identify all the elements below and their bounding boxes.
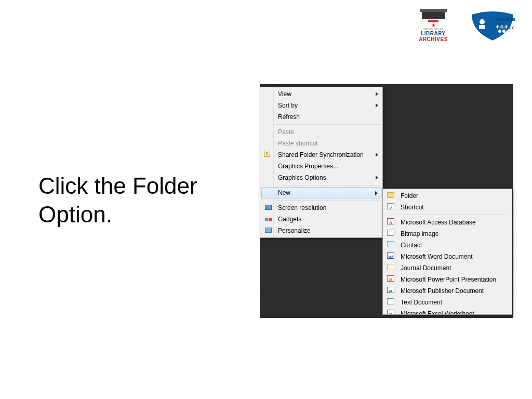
publisher-icon: P xyxy=(387,287,395,295)
menu-item-view[interactable]: View xyxy=(261,88,381,100)
menu-item-gadgets[interactable]: Gadgets xyxy=(261,214,381,225)
menu-item-label: Folder xyxy=(401,192,418,200)
logo2-line2: AND xyxy=(496,22,501,25)
submenu-arrow-icon xyxy=(376,176,378,180)
menu-item-label: Microsoft Excel Worksheet xyxy=(401,310,474,315)
menu-item-screen-resolution[interactable]: Screen resolution xyxy=(261,202,381,214)
header-logos: ★ TEXAS STATE LIBRARY ARCHIVES LIBRARIES… xyxy=(413,11,517,43)
menu-separator xyxy=(276,124,380,125)
menu-item-label: Microsoft PowerPoint Presentation xyxy=(401,276,496,283)
logo2-line1: LIBRARIES xyxy=(496,18,515,21)
menu-item-graphics-options[interactable]: Graphics Options xyxy=(261,172,381,183)
menu-item-label: Microsoft Word Document xyxy=(401,253,473,260)
menu-item-label: Graphics Options xyxy=(278,174,326,181)
shortcut-icon: ↗ xyxy=(387,203,395,211)
libraries-literacy-logo: LIBRARIES AND LITERACY xyxy=(468,11,517,43)
context-menu: View Sort by Refresh Paste Paste shortcu… xyxy=(260,87,383,238)
menu-item-label: Personalize xyxy=(278,227,311,234)
menu-item-label: Screen resolution xyxy=(278,204,326,211)
monitor-icon xyxy=(264,204,272,212)
sync-icon: S xyxy=(264,151,270,157)
menu-separator xyxy=(276,200,380,201)
text-icon xyxy=(387,298,395,307)
submenu-new: Folder ↗ Shortcut A Microsoft Access Dat… xyxy=(382,189,512,315)
contact-icon xyxy=(387,241,395,249)
menu-item-paste: Paste xyxy=(261,126,381,138)
access-icon: A xyxy=(387,218,395,227)
svg-rect-1 xyxy=(479,25,485,29)
menu-item-label: Microsoft Access Database xyxy=(401,219,476,226)
menu-item-shared-folder-sync[interactable]: S Shared Folder Synchronization xyxy=(261,149,381,161)
menu-item-graphics-properties[interactable]: Graphics Properties... xyxy=(261,161,381,172)
menu-item-refresh[interactable]: Refresh xyxy=(261,111,381,123)
logo1-line3: ARCHIVES xyxy=(413,36,454,42)
logo2-line3: LITERACY xyxy=(496,26,514,30)
submenu-item-contact[interactable]: Contact xyxy=(384,240,511,251)
bitmap-icon xyxy=(387,230,395,238)
gadgets-icon xyxy=(264,215,272,223)
desktop-screenshot: View Sort by Refresh Paste Paste shortcu… xyxy=(260,84,513,318)
menu-separator xyxy=(276,185,380,185)
menu-item-label: Microsoft Publisher Document xyxy=(401,287,484,295)
powerpoint-icon: P xyxy=(387,275,395,284)
menu-item-label: Gadgets xyxy=(278,216,301,223)
menu-item-label: New xyxy=(278,189,290,196)
journal-icon xyxy=(387,264,395,272)
menu-separator xyxy=(398,215,510,215)
personalize-icon xyxy=(264,227,272,235)
submenu-item-bitmap[interactable]: Bitmap image xyxy=(384,228,511,240)
submenu-item-access[interactable]: A Microsoft Access Database xyxy=(384,217,511,228)
menu-item-label: Journal Document xyxy=(401,264,451,272)
submenu-item-folder[interactable]: Folder xyxy=(384,190,511,202)
submenu-item-publisher[interactable]: P Microsoft Publisher Document xyxy=(384,285,511,297)
excel-icon: X xyxy=(387,310,395,315)
menu-item-sort-by[interactable]: Sort by xyxy=(261,100,381,111)
texas-library-archives-logo: ★ TEXAS STATE LIBRARY ARCHIVES xyxy=(413,12,454,42)
menu-item-label: Refresh xyxy=(278,113,300,121)
submenu-item-journal[interactable]: Journal Document xyxy=(384,262,511,274)
menu-item-label: Bitmap image xyxy=(401,230,438,237)
submenu-item-powerpoint[interactable]: P Microsoft PowerPoint Presentation xyxy=(384,274,511,285)
svg-point-0 xyxy=(480,19,485,24)
menu-item-paste-shortcut: Paste shortcut xyxy=(261,138,381,149)
submenu-item-word[interactable]: W Microsoft Word Document xyxy=(384,251,511,262)
menu-item-personalize[interactable]: Personalize xyxy=(261,225,381,236)
menu-item-label: Paste shortcut xyxy=(278,140,318,147)
menu-item-label: Paste xyxy=(278,128,294,136)
menu-item-label: Text Document xyxy=(401,299,442,306)
menu-item-label: Shortcut xyxy=(401,204,424,211)
submenu-arrow-icon xyxy=(375,191,378,195)
menu-item-label: Graphics Properties... xyxy=(278,163,338,170)
submenu-item-text[interactable]: Text Document xyxy=(384,297,511,308)
submenu-arrow-icon xyxy=(376,92,378,96)
menu-item-label: Sort by xyxy=(278,102,298,109)
folder-icon xyxy=(387,192,395,200)
instruction-text: Click the Folder Option. xyxy=(38,171,246,229)
menu-item-new[interactable]: New xyxy=(261,187,381,198)
word-icon: W xyxy=(387,252,395,261)
menu-item-label: Contact xyxy=(401,242,422,249)
submenu-arrow-icon xyxy=(376,103,378,108)
submenu-item-excel[interactable]: X Microsoft Excel Worksheet xyxy=(384,308,511,315)
menu-item-label: View xyxy=(278,90,291,98)
submenu-arrow-icon xyxy=(376,153,378,157)
submenu-item-shortcut[interactable]: ↗ Shortcut xyxy=(384,202,511,213)
menu-item-label: Shared Folder Synchronization xyxy=(278,151,364,158)
logo1-line2: LIBRARY xyxy=(413,31,454,36)
